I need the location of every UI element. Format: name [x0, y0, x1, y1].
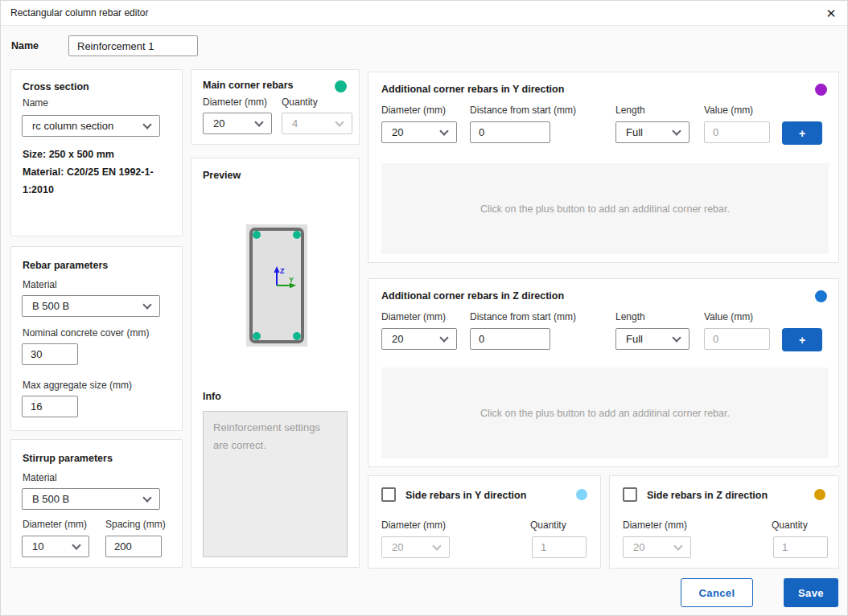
side-rebars-z-panel: Side rebars in Z direction Diameter (mm)… — [609, 475, 839, 569]
chevron-down-icon — [439, 126, 448, 135]
close-icon[interactable]: ✕ — [821, 4, 841, 23]
additional-corner-rebars-y-panel: Additional corner rebars in Y direction … — [368, 72, 839, 263]
chevron-down-icon — [439, 333, 448, 342]
side-rebars-y-title: Side rebars in Y direction — [405, 490, 526, 501]
side-y-quantity-input — [532, 536, 587, 558]
y-axis-label: Y — [289, 276, 294, 284]
additional-z-title: Additional corner rebars in Z direction — [381, 290, 564, 302]
additional-corner-rebars-z-panel: Additional corner rebars in Z direction … — [368, 278, 839, 467]
concrete-cover-label: Nominal concrete cover (mm) — [23, 327, 149, 339]
stirrup-diameter-label: Diameter (mm) — [23, 519, 87, 530]
cancel-button[interactable]: Cancel — [681, 578, 753, 607]
cross-section-size-text: Size: 250 x 500 mm — [23, 146, 174, 163]
chevron-down-icon — [142, 493, 151, 502]
additional-y-distance-input[interactable] — [470, 121, 550, 143]
additional-z-diameter-value: 20 — [392, 333, 403, 345]
additional-z-value-label: Value (mm) — [704, 311, 753, 322]
additional-z-distance-input[interactable] — [470, 328, 550, 350]
additional-y-diameter-select[interactable]: 20 — [381, 121, 457, 143]
additional-z-distance-label: Distance from start (mm) — [470, 311, 576, 322]
preview-title: Preview — [203, 170, 241, 181]
side-z-quantity-input — [773, 536, 828, 558]
main-corner-diameter-select[interactable]: 20 — [203, 113, 272, 134]
additional-y-length-select[interactable]: Full — [615, 121, 690, 143]
side-rebars-y-panel: Side rebars in Y direction Diameter (mm)… — [368, 475, 601, 569]
save-button[interactable]: Save — [784, 578, 838, 607]
side-y-quantity-label: Quantity — [530, 519, 566, 531]
stirrup-material-value: B 500 B — [32, 493, 69, 505]
chevron-down-icon — [72, 540, 80, 549]
name-input[interactable] — [68, 35, 198, 56]
aggregate-size-input[interactable] — [22, 396, 78, 417]
stirrup-diameter-select[interactable]: 10 — [22, 536, 89, 557]
info-message-box: Reinforcement settings are correct. — [203, 411, 348, 557]
rebar-parameters-panel: Rebar parameters Material B 500 B Nomina… — [10, 246, 183, 431]
side-z-diameter-select: 20 — [623, 536, 691, 558]
stirrup-parameters-title: Stirrup parameters — [23, 453, 113, 464]
main-corner-diameter-label: Diameter (mm) — [203, 97, 267, 108]
name-label: Name — [11, 40, 39, 51]
additional-z-diameter-label: Diameter (mm) — [381, 311, 446, 322]
cross-section-name-select[interactable]: rc column section — [22, 115, 160, 137]
additional-y-value-label: Value (mm) — [704, 105, 753, 116]
additional-y-color-dot — [815, 84, 827, 96]
chevron-down-icon — [672, 126, 681, 135]
rebar-material-value: B 500 B — [32, 300, 69, 312]
side-z-diameter-label: Diameter (mm) — [623, 519, 687, 531]
rebar-material-select[interactable]: B 500 B — [22, 295, 160, 317]
side-rebars-z-checkbox[interactable] — [623, 487, 637, 502]
corner-rebar-dot — [293, 332, 301, 340]
side-y-diameter-value: 20 — [392, 541, 403, 553]
chevron-down-icon — [335, 117, 344, 126]
side-rebars-y-color-dot — [576, 489, 587, 500]
additional-z-add-button[interactable]: + — [782, 328, 822, 351]
rectangular-column-rebar-editor-dialog: Rectangular column rebar editor ✕ Name C… — [0, 0, 848, 616]
stirrup-parameters-panel: Stirrup parameters Material B 500 B Diam… — [10, 439, 183, 568]
additional-y-length-label: Length — [615, 105, 645, 116]
additional-z-length-label: Length — [615, 311, 645, 322]
main-corner-color-dot — [335, 80, 347, 92]
additional-z-length-value: Full — [626, 333, 643, 345]
additional-z-value-input — [704, 328, 770, 350]
chevron-down-icon — [673, 541, 682, 550]
main-corner-quantity-value: 4 — [292, 117, 298, 129]
aggregate-size-label: Max aggregate size (mm) — [23, 380, 132, 391]
rebar-material-label: Material — [23, 279, 57, 290]
side-rebars-y-checkbox[interactable] — [381, 487, 396, 502]
additional-y-title: Additional corner rebars in Y direction — [381, 84, 564, 95]
additional-y-length-value: Full — [626, 126, 643, 138]
stirrup-material-select[interactable]: B 500 B — [22, 488, 160, 510]
title-bar: Rectangular column rebar editor ✕ — [1, 1, 848, 26]
cross-section-material-text: Material: C20/25 EN 1992-1-1:2010 — [23, 163, 174, 199]
rebar-parameters-title: Rebar parameters — [23, 260, 108, 271]
info-title: Info — [203, 391, 221, 402]
column-cross-section-preview: Z Y — [246, 224, 307, 347]
side-rebars-z-color-dot — [814, 489, 825, 500]
additional-z-diameter-select[interactable]: 20 — [381, 328, 457, 350]
chevron-down-icon — [672, 333, 681, 342]
additional-y-empty-placeholder: Click on the plus button to add an addit… — [381, 163, 829, 254]
chevron-down-icon — [254, 117, 263, 126]
additional-y-value-input — [704, 121, 770, 143]
stirrup-material-label: Material — [23, 472, 57, 483]
z-axis-label: Z — [280, 267, 285, 275]
cross-section-panel: Cross section Name rc column section Siz… — [10, 69, 183, 236]
cross-section-title: Cross section — [23, 81, 89, 92]
chevron-down-icon — [432, 541, 441, 550]
dialog-title: Rectangular column rebar editor — [10, 7, 148, 18]
stirrup-spacing-input[interactable] — [105, 536, 162, 557]
side-y-diameter-select: 20 — [381, 536, 450, 558]
additional-z-length-select[interactable]: Full — [615, 328, 690, 350]
corner-rebar-dot — [293, 231, 301, 239]
cross-section-name-label: Name — [23, 97, 48, 109]
corner-rebar-dot — [253, 332, 261, 340]
concrete-cover-input[interactable] — [22, 343, 78, 365]
main-corner-diameter-value: 20 — [213, 117, 224, 129]
stirrup-spacing-label: Spacing (mm) — [105, 519, 166, 530]
additional-y-add-button[interactable]: + — [782, 121, 822, 145]
cross-section-name-value: rc column section — [32, 120, 113, 132]
additional-y-distance-label: Distance from start (mm) — [470, 105, 576, 116]
side-rebars-z-title: Side rebars in Z direction — [647, 490, 768, 501]
main-corner-quantity-label: Quantity — [282, 97, 318, 108]
main-corner-rebars-panel: Main corner rebars Diameter (mm) Quantit… — [191, 69, 360, 145]
